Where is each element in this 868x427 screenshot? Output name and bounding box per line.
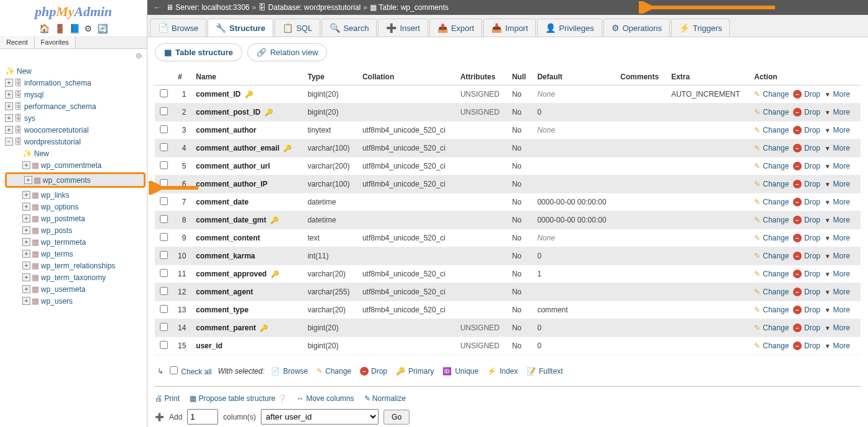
expand-icon[interactable]: + [22, 297, 30, 305]
expand-icon[interactable]: + [22, 285, 30, 293]
change-link[interactable]: Change [763, 324, 789, 332]
more-link[interactable]: More [833, 306, 850, 314]
tree-table-wp_usermeta[interactable]: +▦wp_usermeta [5, 283, 147, 295]
more-link[interactable]: More [833, 288, 850, 296]
change-link[interactable]: Change [763, 198, 789, 206]
tree-table-wp_terms[interactable]: +▦wp_terms [5, 248, 147, 260]
drop-link[interactable]: Drop [804, 126, 820, 134]
tree-db-woocomercetutorial[interactable]: +🗄woocomercetutorial [5, 124, 147, 136]
settings-icon[interactable]: ⚙ [84, 24, 92, 33]
add-position-select[interactable]: after user_id [261, 409, 379, 425]
tab-insert[interactable]: ➕Insert [378, 19, 428, 37]
row-checkbox[interactable] [160, 305, 168, 313]
change-link[interactable]: Change [763, 216, 789, 224]
help-icon[interactable]: ❔ [278, 394, 287, 403]
more-link[interactable]: More [833, 144, 850, 152]
change-link[interactable]: Change [763, 341, 789, 350]
change-link[interactable]: Change [763, 306, 789, 314]
row-checkbox[interactable] [160, 269, 168, 277]
tree-label[interactable]: sys [24, 114, 35, 123]
row-checkbox[interactable] [160, 197, 168, 205]
drop-link[interactable]: Drop [804, 252, 820, 260]
tab-import[interactable]: 📥Import [483, 19, 536, 37]
expand-icon[interactable]: + [5, 126, 13, 134]
tree-table-wp_links[interactable]: +▦wp_links [5, 189, 147, 201]
tree-table-wp_postmeta[interactable]: +▦wp_postmeta [5, 213, 147, 224]
more-link[interactable]: More [833, 234, 850, 242]
tree-db-wordpresstutorial[interactable]: −🗄wordpresstutorial [5, 136, 147, 147]
tree-label[interactable]: wp_terms [41, 250, 73, 258]
row-checkbox[interactable] [160, 323, 168, 331]
tree-label[interactable]: woocomercetutorial [24, 126, 89, 134]
expand-icon[interactable]: + [24, 176, 32, 184]
row-checkbox[interactable] [160, 89, 168, 97]
tree-label[interactable]: New [34, 149, 49, 158]
more-link[interactable]: More [833, 162, 850, 170]
tab-favorites[interactable]: Favorites [35, 36, 76, 48]
tree-label[interactable]: information_schema [24, 79, 91, 87]
tree-label[interactable]: wp_options [41, 203, 79, 211]
docs-icon[interactable]: 📘 [69, 24, 80, 33]
drop-link[interactable]: Drop [804, 144, 820, 152]
tree-table-wp_termmeta[interactable]: +▦wp_termmeta [5, 236, 147, 248]
more-link[interactable]: More [833, 198, 850, 206]
logout-icon[interactable]: 🚪 [55, 24, 65, 33]
row-checkbox[interactable] [160, 143, 168, 151]
more-link[interactable]: More [833, 108, 850, 117]
drop-link[interactable]: Drop [804, 341, 820, 350]
expand-icon[interactable]: + [22, 161, 30, 169]
change-link[interactable]: Change [763, 288, 789, 296]
bulk-primary[interactable]: Primary [408, 367, 434, 376]
expand-icon[interactable]: + [22, 191, 30, 199]
tree-table-wp_users[interactable]: +▦wp_users [5, 295, 147, 307]
tree-label[interactable]: wp_term_taxonomy [41, 273, 106, 282]
bulk-browse[interactable]: Browse [283, 367, 308, 376]
tree-table-wp_comments[interactable]: +▦wp_comments [5, 172, 146, 188]
drop-link[interactable]: Drop [804, 234, 820, 242]
tree-label[interactable]: wp_users [41, 297, 72, 306]
breadcrumb-table[interactable]: wp_comments [401, 3, 449, 12]
tree-db-information_schema[interactable]: +🗄information_schema [5, 77, 147, 89]
collapse-icon[interactable]: ⊖ [0, 49, 147, 63]
drop-link[interactable]: Drop [804, 324, 820, 332]
tree-new[interactable]: ✨New [5, 65, 147, 77]
bulk-change[interactable]: Change [325, 367, 351, 376]
drop-link[interactable]: Drop [804, 270, 820, 278]
tree-db-sys[interactable]: +🗄sys [5, 112, 147, 124]
nav-back-icon[interactable]: ← [154, 3, 161, 12]
expand-icon[interactable]: + [5, 79, 13, 87]
expand-icon[interactable]: + [22, 273, 30, 281]
tree-table-wp_commentmeta[interactable]: +▦wp_commentmeta [5, 159, 147, 171]
tree-db-performance_schema[interactable]: +🗄performance_schema [5, 100, 147, 112]
go-button[interactable]: Go [384, 410, 410, 425]
check-all-label[interactable]: Check all [181, 368, 211, 376]
more-link[interactable]: More [833, 126, 850, 134]
more-link[interactable]: More [833, 180, 850, 188]
change-link[interactable]: Change [763, 270, 789, 278]
expand-icon[interactable]: + [5, 90, 13, 99]
drop-link[interactable]: Drop [804, 180, 820, 188]
propose-link[interactable]: ▦ Propose table structure ❔ [190, 394, 287, 403]
tree-label[interactable]: wp_comments [43, 176, 90, 185]
drop-link[interactable]: Drop [804, 306, 820, 314]
subtab-table-structure[interactable]: ▦ Table structure [155, 43, 242, 61]
tab-search[interactable]: 🔍Search [322, 19, 377, 37]
subtab-relation-view[interactable]: 🔗 Relation view [247, 43, 327, 61]
expand-icon[interactable]: + [22, 226, 30, 234]
row-checkbox[interactable] [160, 287, 168, 295]
tree-label[interactable]: mysql [24, 90, 43, 99]
tree-label[interactable]: wp_usermeta [41, 285, 85, 294]
row-checkbox[interactable] [160, 251, 168, 259]
drop-link[interactable]: Drop [804, 198, 820, 206]
expand-icon[interactable]: − [5, 138, 13, 146]
change-link[interactable]: Change [763, 90, 789, 99]
more-link[interactable]: More [833, 90, 850, 99]
change-link[interactable]: Change [763, 180, 789, 188]
tree-label[interactable]: wp_commentmeta [41, 161, 102, 170]
tree-label[interactable]: wp_termmeta [41, 238, 86, 247]
drop-link[interactable]: Drop [804, 288, 820, 296]
tree-label[interactable]: wordpresstutorial [24, 138, 81, 146]
tree-label[interactable]: wp_links [41, 191, 69, 200]
tree-label[interactable]: performance_schema [24, 102, 96, 111]
row-checkbox[interactable] [160, 341, 168, 349]
